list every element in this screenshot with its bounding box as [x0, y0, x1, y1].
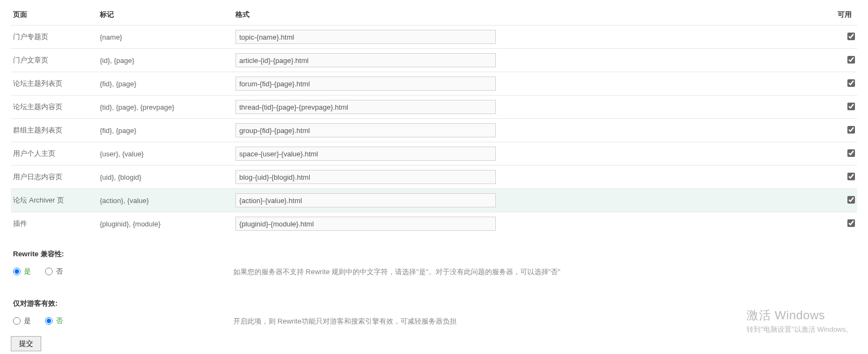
available-checkbox[interactable]: [847, 126, 855, 134]
row-format-cell: [233, 142, 825, 166]
format-input[interactable]: [235, 147, 496, 161]
available-checkbox[interactable]: [847, 56, 855, 64]
row-marker: {user}, {value}: [98, 142, 233, 166]
row-page-name: 用户日志内容页: [11, 166, 98, 189]
available-checkbox[interactable]: [847, 196, 855, 204]
row-page-name: 门户文章页: [11, 49, 98, 72]
available-checkbox[interactable]: [847, 173, 855, 180]
rewrite-compat-no[interactable]: 否: [45, 267, 63, 276]
row-marker: {tid}, {page}, {prevpage}: [98, 96, 233, 119]
rewrite-compat-yes-radio[interactable]: [13, 268, 21, 275]
row-available-cell: [825, 119, 857, 142]
row-available-cell: [825, 142, 857, 166]
row-marker: {action}, {value}: [98, 189, 233, 212]
row-marker: {id}, {page}: [98, 49, 233, 72]
row-format-cell: [233, 49, 825, 72]
col-header-format: 格式: [233, 7, 825, 26]
row-marker: {fid}, {page}: [98, 119, 233, 142]
guest-only-yes-text: 是: [24, 316, 31, 326]
col-header-page: 页面: [11, 7, 98, 26]
row-marker: {name}: [98, 26, 233, 49]
guest-only-no[interactable]: 否: [45, 316, 63, 326]
table-row: 群组主题列表页{fid}, {page}: [11, 119, 857, 142]
format-input[interactable]: [235, 77, 496, 91]
format-input[interactable]: [235, 217, 496, 231]
row-available-cell: [825, 72, 857, 96]
format-input[interactable]: [235, 100, 496, 114]
guest-only-no-text: 否: [56, 316, 63, 326]
rewrite-compat-yes[interactable]: 是: [13, 267, 31, 276]
row-format-cell: [233, 72, 825, 96]
available-checkbox[interactable]: [847, 149, 855, 157]
table-row: 论坛主题列表页{fid}, {page}: [11, 72, 857, 96]
table-row: 论坛主题内容页{tid}, {page}, {prevpage}: [11, 96, 857, 119]
rewrite-compat-yes-text: 是: [24, 267, 31, 276]
submit-button[interactable]: 提交: [11, 336, 41, 351]
rewrite-compat-label: Rewrite 兼容性:: [11, 237, 233, 267]
format-input[interactable]: [235, 170, 496, 184]
available-checkbox[interactable]: [847, 33, 855, 40]
guest-only-no-radio[interactable]: [45, 317, 53, 325]
rewrite-rules-table: 页面 标记 格式 可用 门户专题页{name}门户文章页{id}, {page}…: [11, 7, 857, 235]
guest-only-yes-radio[interactable]: [13, 317, 21, 325]
row-available-cell: [825, 49, 857, 72]
row-format-cell: [233, 189, 825, 212]
row-format-cell: [233, 119, 825, 142]
available-checkbox[interactable]: [847, 79, 855, 87]
row-available-cell: [825, 212, 857, 236]
row-available-cell: [825, 96, 857, 119]
rewrite-compat-no-radio[interactable]: [45, 268, 53, 275]
row-format-cell: [233, 166, 825, 189]
row-marker: {fid}, {page}: [98, 72, 233, 96]
row-format-cell: [233, 26, 825, 49]
table-row: 门户专题页{name}: [11, 26, 857, 49]
row-format-cell: [233, 212, 825, 236]
rewrite-compat-group: 是 否: [11, 267, 233, 277]
available-checkbox[interactable]: [847, 103, 855, 110]
guest-only-label: 仅对游客有效:: [11, 287, 233, 316]
rewrite-compat-help: 如果您的服务器不支持 Rewrite 规则中的中文字符，请选择"是"。对于没有此…: [233, 268, 560, 276]
row-page-name: 论坛 Archiver 页: [11, 189, 98, 212]
format-input[interactable]: [235, 30, 496, 44]
guest-only-help: 开启此项，则 Rewrite功能只对游客和搜索引擎有效，可减轻服务器负担: [233, 317, 457, 325]
table-row: 插件{pluginid}, {module}: [11, 212, 857, 236]
col-header-avail: 可用: [825, 7, 857, 26]
row-marker: {uid}, {blogid}: [98, 166, 233, 189]
format-input[interactable]: [235, 53, 496, 67]
row-available-cell: [825, 166, 857, 189]
row-page-name: 论坛主题列表页: [11, 72, 98, 96]
row-page-name: 论坛主题内容页: [11, 96, 98, 119]
col-header-marker: 标记: [98, 7, 233, 26]
guest-only-yes[interactable]: 是: [13, 316, 31, 326]
row-page-name: 门户专题页: [11, 26, 98, 49]
table-row: 论坛 Archiver 页{action}, {value}: [11, 189, 857, 212]
format-input[interactable]: [235, 123, 496, 137]
row-format-cell: [233, 96, 825, 119]
row-page-name: 用户个人主页: [11, 142, 98, 166]
table-row: 门户文章页{id}, {page}: [11, 49, 857, 72]
table-row: 用户日志内容页{uid}, {blogid}: [11, 166, 857, 189]
row-page-name: 群组主题列表页: [11, 119, 98, 142]
row-page-name: 插件: [11, 212, 98, 236]
row-available-cell: [825, 189, 857, 212]
guest-only-group: 是 否: [11, 316, 233, 326]
rewrite-compat-no-text: 否: [56, 267, 63, 276]
row-marker: {pluginid}, {module}: [98, 212, 233, 236]
format-input[interactable]: [235, 193, 496, 207]
table-row: 用户个人主页{user}, {value}: [11, 142, 857, 166]
available-checkbox[interactable]: [847, 219, 855, 227]
row-available-cell: [825, 26, 857, 49]
